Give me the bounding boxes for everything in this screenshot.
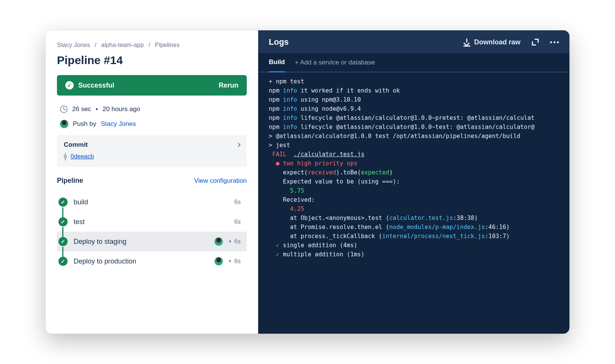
author-link[interactable]: Stacy Jones bbox=[101, 120, 136, 128]
log-line: ● two high priority ops bbox=[269, 159, 569, 168]
pipeline-header-label: Pipeline bbox=[57, 177, 83, 185]
log-line: 4.25 bbox=[269, 204, 569, 213]
push-label: Push by bbox=[73, 120, 96, 128]
details-panel: Stacy Jones / alpha-team-app / Pipelines… bbox=[46, 30, 258, 334]
logs-tabs: Build + Add a service or database bbox=[258, 53, 569, 72]
pipeline-step[interactable]: ✓Deploy to staging•6s bbox=[57, 232, 247, 251]
log-line: ✓ single addition (4ms) bbox=[269, 241, 569, 250]
breadcrumb: Stacy Jones / alpha-team-app / Pipelines bbox=[57, 42, 247, 49]
breadcrumb-user[interactable]: Stacy Jones bbox=[57, 42, 90, 48]
log-line: at process._tickCallback (internal/proce… bbox=[269, 232, 569, 241]
breadcrumb-sep: / bbox=[145, 42, 153, 48]
log-line: npm info lifecycle @atlassian/calculator… bbox=[269, 113, 569, 122]
app-window: Stacy Jones / alpha-team-app / Pipelines… bbox=[46, 30, 569, 334]
logs-title: Logs bbox=[269, 37, 289, 47]
log-line: npm info lifecycle @atlassian/calculator… bbox=[269, 122, 569, 132]
log-line: FAIL ./calculator.test.js bbox=[269, 150, 569, 159]
download-raw-label: Download raw bbox=[474, 38, 520, 46]
commit-header-label: Commit bbox=[64, 141, 88, 149]
step-name: test bbox=[74, 218, 234, 226]
step-name: build bbox=[74, 198, 234, 206]
commit-card[interactable]: Commit 0deeacb bbox=[57, 135, 247, 167]
logs-header: Logs Download raw bbox=[258, 30, 569, 53]
more-icon[interactable] bbox=[550, 41, 559, 43]
run-ago: 20 hours ago bbox=[102, 105, 140, 113]
chevron-right-icon bbox=[236, 143, 240, 147]
check-circle-icon: ✓ bbox=[58, 257, 68, 266]
step-name: Deploy to staging bbox=[74, 238, 214, 246]
log-line: npm info it worked if it ends with ok bbox=[269, 86, 569, 95]
pipeline-step[interactable]: ✓Deploy to production•6s bbox=[57, 251, 247, 271]
logs-panel: Logs Download raw Build + Add a service … bbox=[258, 30, 569, 334]
clock-icon bbox=[60, 105, 68, 113]
breadcrumb-sep: / bbox=[92, 42, 99, 48]
check-circle-icon: ✓ bbox=[58, 217, 68, 226]
log-line: npm info using node@v6.9.4 bbox=[269, 104, 569, 113]
commit-node-icon bbox=[64, 155, 67, 158]
log-line: > jest bbox=[269, 141, 569, 150]
step-time: 6s bbox=[234, 238, 241, 245]
tab-add-service[interactable]: + Add a service or database bbox=[295, 59, 375, 72]
pipeline-step[interactable]: ✓build6s bbox=[57, 192, 247, 212]
log-output[interactable]: + npm testnpm info it worked if it ends … bbox=[258, 72, 569, 334]
status-banner: ✓ Successful Rerun bbox=[57, 75, 247, 96]
page-title: Pipeline #14 bbox=[57, 54, 247, 67]
log-line: at Promise.resolve.then.el (node_modules… bbox=[269, 223, 569, 232]
separator-dot: • bbox=[229, 257, 231, 265]
check-circle-icon: ✓ bbox=[65, 81, 74, 89]
breadcrumb-repo[interactable]: alpha-team-app bbox=[101, 42, 144, 48]
log-line: npm info using npm@3.10.10 bbox=[269, 95, 569, 104]
log-line: Received: bbox=[269, 195, 569, 204]
separator-dot: • bbox=[229, 238, 231, 246]
run-timing: 26 sec • 20 hours ago bbox=[57, 105, 247, 113]
avatar bbox=[214, 237, 223, 246]
step-name: Deploy to production bbox=[74, 257, 214, 265]
log-line: expect(received).toBe(expected) bbox=[269, 168, 569, 177]
breadcrumb-section[interactable]: Pipelines bbox=[155, 42, 180, 48]
step-time: 6s bbox=[234, 199, 241, 206]
download-icon bbox=[464, 39, 470, 46]
avatar bbox=[214, 257, 223, 265]
commit-hash-link[interactable]: 0deeacb bbox=[71, 153, 94, 160]
log-line: ✓ multiple addition (1ms) bbox=[269, 250, 569, 259]
run-author: Push by Stacy Jones bbox=[57, 120, 247, 128]
pipeline-step[interactable]: ✓test6s bbox=[57, 212, 247, 232]
view-config-link[interactable]: View configuration bbox=[194, 177, 247, 185]
pipeline-section-header: Pipeline View configuration bbox=[57, 177, 247, 185]
check-circle-icon: ✓ bbox=[58, 198, 68, 207]
log-line: Expected value to be (using ===): bbox=[269, 177, 569, 186]
run-duration: 26 sec bbox=[72, 105, 91, 113]
status-label: Successful bbox=[78, 82, 114, 89]
log-line: 5.75 bbox=[269, 186, 569, 195]
log-line: at Object.<anonymous>.test (calculator.t… bbox=[269, 213, 569, 223]
check-circle-icon: ✓ bbox=[58, 237, 68, 246]
step-time: 6s bbox=[234, 218, 241, 225]
log-line: + npm test bbox=[269, 77, 569, 86]
expand-icon[interactable] bbox=[532, 39, 539, 46]
tab-build[interactable]: Build bbox=[269, 58, 285, 72]
download-raw-button[interactable]: Download raw bbox=[464, 38, 520, 46]
pipeline-steps: ✓build6s✓test6s✓Deploy to staging•6s✓Dep… bbox=[57, 192, 247, 271]
log-line: > @atlassian/calculator@1.0.0 test /opt/… bbox=[269, 132, 569, 141]
avatar bbox=[60, 120, 68, 128]
step-time: 6s bbox=[234, 258, 241, 265]
rerun-button[interactable]: Rerun bbox=[219, 82, 238, 89]
